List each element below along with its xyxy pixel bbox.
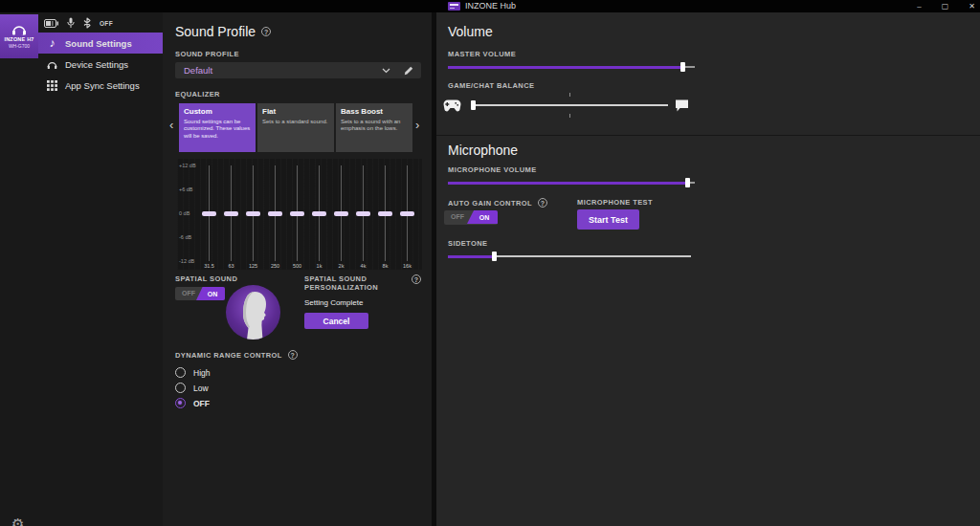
sidebar-item-label: Device Settings	[65, 59, 128, 70]
preset-carousel-next-icon[interactable]: ›	[415, 118, 419, 132]
eq-sliders: 31.5 63 125 250 500 1k 2k 4k 8k 16k	[202, 159, 414, 270]
preset-card-custom[interactable]: Custom Sound settings can be customized.…	[179, 103, 256, 152]
equalizer-section-label: EQUALIZER	[175, 90, 220, 99]
game-chat-balance-slider[interactable]	[471, 99, 668, 111]
music-note-icon: ♪	[47, 37, 57, 49]
eq-band-slider[interactable]: 63	[224, 159, 238, 270]
sidetone-label: SIDETONE	[448, 239, 487, 248]
eq-band-slider[interactable]: 125	[246, 159, 260, 270]
dynamic-range-help-icon[interactable]: ?	[288, 350, 298, 360]
eq-band-slider[interactable]: 8k	[378, 159, 392, 270]
eq-y-label: -6 dB	[179, 234, 202, 240]
minimize-icon[interactable]: –	[914, 0, 924, 12]
sidetone-slider[interactable]	[448, 251, 691, 262]
sound-profile-heading: Sound Profile ?	[175, 24, 271, 39]
eq-y-label: +6 dB	[179, 186, 202, 192]
window-title: INZONE Hub	[465, 1, 516, 11]
drc-option-high[interactable]: High	[175, 367, 210, 378]
sidebar: OFF ♪ Sound Settings Device Settings	[38, 12, 163, 526]
preset-carousel-prev-icon[interactable]: ‹	[169, 118, 173, 132]
preset-card-flat[interactable]: Flat Sets to a standard sound.	[257, 103, 334, 152]
microphone-heading: Microphone	[448, 142, 518, 158]
device-tile[interactable]: INZONE H7 WH-G700	[0, 14, 38, 58]
bluetooth-icon	[83, 17, 91, 29]
close-icon[interactable]: ✕	[966, 0, 978, 12]
device-status-bar: OFF	[44, 17, 113, 29]
volume-heading: Volume	[448, 24, 493, 39]
section-divider	[436, 135, 980, 136]
sidebar-item-app-sync-settings[interactable]: App Sync Settings	[38, 75, 163, 96]
edit-pencil-icon[interactable]	[404, 66, 413, 76]
eq-band-slider[interactable]: 2k	[334, 159, 348, 270]
personalization-status: Setting Complete	[304, 298, 363, 307]
volume-mic-panel: Volume MASTER VOLUME GAME/CHAT BALANCE	[436, 12, 980, 526]
eq-band-slider[interactable]: 16k	[400, 159, 414, 270]
eq-band-slider[interactable]: 1k	[312, 159, 326, 270]
gamepad-icon	[443, 99, 461, 112]
device-name: INZONE H7	[4, 36, 33, 42]
drc-option-off[interactable]: OFF	[175, 398, 210, 408]
microphone-volume-label: MICROPHONE VOLUME	[448, 165, 537, 174]
dynamic-range-control-label: DYNAMIC RANGE CONTROL	[175, 351, 282, 360]
eq-band-slider[interactable]: 500	[290, 159, 304, 270]
microphone-status-icon	[67, 17, 75, 29]
eq-band-slider[interactable]: 31.5	[202, 159, 216, 270]
eq-y-label: +12 dB	[179, 163, 202, 168]
eq-band-slider[interactable]: 4k	[356, 159, 370, 270]
grid-icon	[47, 80, 57, 91]
game-chat-balance-label: GAME/CHAT BALANCE	[448, 81, 534, 90]
slider-handle[interactable]	[492, 252, 497, 261]
spatial-personalization-label: SPATIAL SOUND	[304, 274, 367, 283]
auto-gain-help-icon[interactable]: ?	[538, 198, 547, 208]
slider-handle[interactable]	[680, 62, 685, 72]
maximize-icon[interactable]: ▢	[939, 0, 952, 12]
microphone-test-label: MICROPHONE TEST	[577, 198, 653, 207]
inzone-hub-window: INZONE Hub – ▢ ✕ INZONE H7 WH-G700 ⚙	[0, 0, 980, 526]
microphone-volume-slider[interactable]	[448, 177, 695, 188]
spatial-sound-label: SPATIAL SOUND	[175, 274, 237, 283]
sidebar-item-device-settings[interactable]: Device Settings	[38, 54, 163, 75]
headset-icon	[11, 24, 27, 35]
sound-profile-section-label: SOUND PROFILE	[175, 50, 239, 58]
sound-profile-selected-value: Default	[175, 65, 382, 76]
radio-icon	[175, 383, 186, 393]
radio-selected-icon	[175, 398, 186, 408]
spatial-personalization-help-icon[interactable]: ?	[412, 274, 421, 284]
cancel-button[interactable]: Cancel	[304, 313, 368, 329]
eq-band-slider[interactable]: 250	[268, 159, 282, 270]
app-icon	[448, 2, 460, 11]
auto-gain-toggle[interactable]: OFF ON	[444, 210, 498, 225]
drc-option-low[interactable]: Low	[175, 383, 209, 393]
sound-profile-help-icon[interactable]: ?	[261, 27, 271, 36]
device-rail: INZONE H7 WH-G700 ⚙	[0, 12, 38, 526]
settings-gear-icon[interactable]: ⚙	[11, 516, 24, 526]
head-silhouette	[234, 290, 273, 340]
equalizer-graph: +12 dB +6 dB 0 dB -6 dB -12 dB 31.5 63 1…	[177, 159, 422, 270]
master-volume-label: MASTER VOLUME	[448, 50, 516, 58]
preset-card-bass-boost[interactable]: Bass Boost Sets to a sound with an empha…	[336, 103, 412, 152]
sidebar-menu: ♪ Sound Settings Device Settings	[38, 33, 163, 96]
balance-center-tick	[569, 93, 570, 97]
sound-profile-dropdown[interactable]: Default	[175, 62, 421, 78]
balance-center-tick	[569, 114, 570, 118]
bluetooth-state-label: OFF	[100, 20, 113, 27]
spatial-sound-toggle[interactable]: OFF ON	[175, 287, 225, 300]
slider-handle[interactable]	[471, 100, 476, 110]
chat-bubble-icon	[675, 99, 689, 112]
spatial-sound-head-avatar	[226, 285, 280, 340]
equalizer-preset-cards: Custom Sound settings can be customized.…	[179, 103, 412, 152]
headphones-icon	[47, 59, 57, 70]
slider-handle[interactable]	[685, 178, 690, 187]
sidebar-item-label: App Sync Settings	[65, 80, 140, 91]
game-chat-balance-row	[436, 93, 714, 118]
chevron-down-icon	[382, 68, 390, 74]
sound-profile-panel: Sound Profile ? SOUND PROFILE Default EQ…	[163, 12, 432, 526]
auto-gain-control-label: AUTO GAIN CONTROL	[448, 199, 532, 208]
start-test-button[interactable]: Start Test	[577, 209, 639, 230]
titlebar: INZONE Hub – ▢ ✕	[0, 0, 980, 12]
eq-y-label: 0 dB	[179, 210, 202, 216]
battery-icon	[44, 19, 58, 28]
sidebar-item-label: Sound Settings	[65, 38, 132, 49]
sidebar-item-sound-settings[interactable]: ♪ Sound Settings	[38, 33, 163, 54]
master-volume-slider[interactable]	[448, 61, 695, 73]
